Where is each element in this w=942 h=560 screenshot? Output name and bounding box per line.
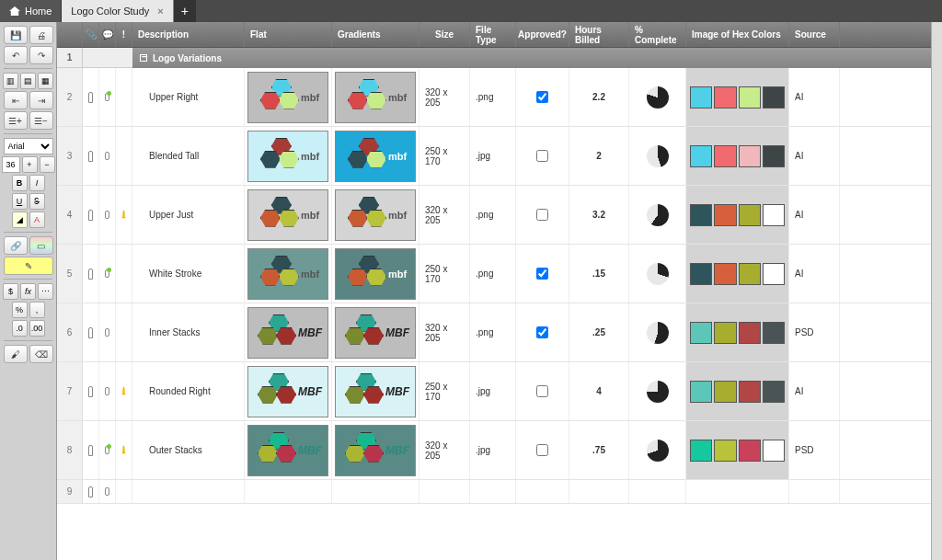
format-button[interactable]: ▭ — [29, 236, 53, 255]
hex-cell[interactable] — [686, 186, 789, 244]
approved-checkbox[interactable] — [536, 444, 548, 456]
logo-thumbnail[interactable]: mbf — [247, 248, 328, 300]
pct-cell[interactable] — [629, 127, 686, 185]
tab-home[interactable]: Home — [0, 0, 62, 22]
approved-cell[interactable] — [516, 186, 569, 244]
flag-cell[interactable] — [116, 303, 132, 361]
pct-cell[interactable] — [629, 421, 686, 479]
desc-cell[interactable]: Upper Just — [132, 186, 245, 244]
font-select[interactable]: Arial — [4, 138, 53, 154]
pct-cell[interactable] — [629, 186, 686, 244]
header-size[interactable]: Size — [419, 22, 470, 47]
flat-cell[interactable]: MBF — [245, 303, 332, 361]
scrollbar[interactable] — [931, 22, 942, 560]
logo-thumbnail[interactable]: MBF — [247, 307, 328, 359]
pct-cell[interactable] — [629, 245, 686, 303]
approved-cell[interactable] — [516, 68, 569, 126]
logo-thumbnail[interactable]: mbf — [335, 248, 416, 300]
source-cell[interactable]: PSD — [789, 303, 840, 361]
size-down-button[interactable]: − — [40, 156, 55, 173]
hours-cell[interactable]: .25 — [569, 303, 629, 361]
table-row[interactable]: 7 Rounded Right MBF MBF 250 x 170 .jpg 4… — [57, 362, 931, 421]
flag-cell[interactable] — [116, 186, 132, 244]
grad-cell[interactable]: mbf — [332, 68, 419, 126]
tab-active[interactable]: Logo Color Study × — [62, 0, 173, 22]
attach-cell[interactable] — [83, 68, 99, 126]
header-rownum[interactable] — [57, 22, 83, 47]
percent-button[interactable]: % — [12, 302, 28, 318]
attach-cell[interactable] — [83, 186, 99, 244]
comment-cell[interactable] — [99, 362, 116, 420]
comment-cell[interactable] — [99, 68, 116, 126]
filetype-cell[interactable]: .png — [470, 68, 516, 126]
comment-cell[interactable] — [99, 303, 116, 361]
hex-cell[interactable] — [686, 245, 789, 303]
size-cell[interactable]: 320 x 205 — [419, 186, 470, 244]
hex-cell[interactable] — [686, 303, 789, 361]
hours-cell[interactable]: .15 — [569, 245, 629, 303]
pct-cell[interactable] — [629, 303, 686, 361]
table-row[interactable]: 5 White Stroke mbf mbf 250 x 170 .png .1… — [57, 245, 931, 303]
currency-button[interactable]: $ — [3, 283, 18, 300]
size-up-button[interactable]: + — [22, 156, 38, 173]
hex-cell[interactable] — [686, 127, 789, 185]
approved-cell[interactable] — [516, 245, 569, 303]
attach-cell[interactable] — [83, 303, 99, 361]
grad-cell[interactable]: mbf — [332, 127, 419, 185]
header-comment[interactable]: 💬 — [99, 22, 116, 47]
hex-cell[interactable] — [686, 68, 789, 126]
brush-button[interactable]: 🖌 — [4, 345, 28, 363]
filetype-cell[interactable]: .jpg — [470, 362, 516, 420]
size-cell[interactable]: 250 x 170 — [419, 245, 470, 303]
size-cell[interactable]: 320 x 205 — [419, 303, 470, 361]
comma-button[interactable]: , — [29, 302, 45, 318]
flat-cell[interactable]: MBF — [245, 421, 332, 479]
highlight-button[interactable]: ✎ — [4, 257, 53, 275]
flat-cell[interactable]: mbf — [245, 245, 332, 303]
approved-cell[interactable] — [516, 303, 569, 361]
logo-thumbnail[interactable]: mbf — [335, 189, 416, 241]
fx-button[interactable]: fx — [20, 283, 36, 300]
close-icon[interactable]: × — [157, 6, 163, 17]
desc-cell[interactable]: White Stroke — [132, 245, 245, 303]
col-btn-2[interactable]: ▤ — [20, 73, 36, 89]
logo-thumbnail[interactable]: MBF — [335, 425, 416, 476]
header-description[interactable]: Description — [132, 22, 245, 47]
logo-thumbnail[interactable]: mbf — [247, 131, 328, 182]
size-cell[interactable]: 250 x 170 — [419, 362, 470, 420]
logo-thumbnail[interactable]: MBF — [247, 366, 328, 417]
source-cell[interactable]: AI — [789, 362, 840, 420]
desc-cell[interactable]: Upper Right — [132, 68, 245, 126]
desc-cell[interactable]: Rounded Right — [132, 362, 245, 420]
source-cell[interactable]: PSD — [789, 421, 840, 479]
flat-cell[interactable]: MBF — [245, 362, 332, 420]
italic-button[interactable]: I — [29, 175, 45, 191]
attach-cell[interactable] — [83, 245, 99, 303]
flag-cell[interactable] — [116, 362, 132, 420]
pct-cell[interactable] — [629, 68, 686, 126]
redo-button[interactable]: ↷ — [29, 46, 53, 64]
table-row[interactable]: 8 Outer Stacks MBF MBF 320 x 205 .jpg .7… — [57, 421, 931, 480]
row-insert-button[interactable]: ☰+ — [4, 111, 28, 130]
source-cell[interactable]: AI — [789, 245, 840, 303]
filetype-cell[interactable]: .jpg — [470, 127, 516, 185]
header-approved[interactable]: Approved? — [516, 22, 569, 47]
comment-cell[interactable] — [99, 186, 116, 244]
comment-cell[interactable] — [99, 245, 116, 303]
more-button[interactable]: ⋯ — [38, 283, 53, 300]
table-row[interactable]: 3 Blended Tall mbf mbf 250 x 170 .jpg 2 … — [57, 127, 931, 186]
logo-thumbnail[interactable]: mbf — [335, 72, 416, 123]
header-filetype[interactable]: File Type — [470, 22, 516, 47]
filetype-cell[interactable]: .png — [470, 303, 516, 361]
clear-button[interactable]: ⌫ — [29, 345, 53, 363]
group-header-row[interactable]: 1 Logo Variations — [57, 48, 931, 68]
comment-cell[interactable] — [99, 127, 116, 185]
attach-cell[interactable] — [83, 127, 99, 185]
desc-cell[interactable]: Outer Stacks — [132, 421, 245, 479]
header-hex[interactable]: Image of Hex Colors — [686, 22, 789, 47]
grad-cell[interactable]: MBF — [332, 362, 419, 420]
hours-cell[interactable]: 2 — [569, 127, 629, 185]
flat-cell[interactable]: mbf — [245, 186, 332, 244]
source-cell[interactable]: AI — [789, 127, 840, 185]
logo-thumbnail[interactable]: mbf — [247, 72, 328, 123]
